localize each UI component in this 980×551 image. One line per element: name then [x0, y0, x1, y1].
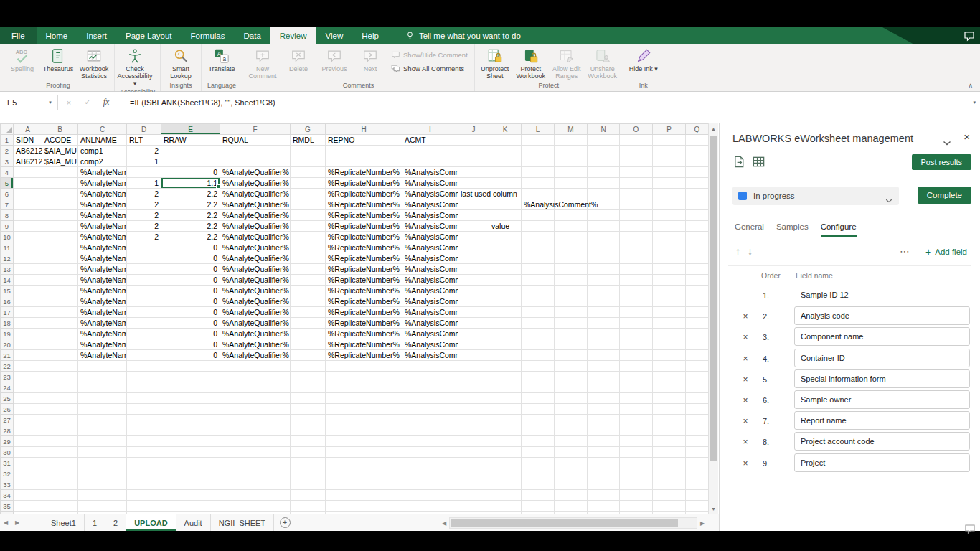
ribbon-tab-help[interactable]: Help — [352, 27, 388, 44]
cell-C19[interactable]: %AnalyteName — [78, 329, 127, 339]
cell-G5[interactable] — [291, 178, 326, 189]
cell-I31[interactable] — [402, 458, 458, 468]
cell-M35[interactable] — [555, 501, 588, 512]
cell-N33[interactable] — [588, 479, 620, 490]
check-accessibility-button[interactable]: Check Accessibility ▾ — [117, 45, 153, 88]
cell-J24[interactable] — [458, 382, 489, 393]
cell-O29[interactable] — [620, 436, 653, 447]
cell-A18[interactable] — [14, 318, 42, 329]
cell-P7[interactable] — [653, 199, 686, 210]
cell-O9[interactable] — [620, 221, 653, 232]
cell-J7[interactable] — [458, 199, 489, 210]
ribbon-tab-formulas[interactable]: Formulas — [182, 27, 235, 44]
cell-J11[interactable] — [458, 242, 489, 253]
cell-N4[interactable] — [588, 167, 620, 178]
cell-Q16[interactable] — [686, 296, 709, 307]
row-header-29[interactable]: 29 — [1, 436, 14, 447]
cell-G6[interactable] — [291, 189, 326, 199]
cell-Q11[interactable] — [686, 242, 709, 253]
cell-E32[interactable] — [161, 468, 220, 479]
cell-K25[interactable] — [489, 393, 522, 404]
cell-M4[interactable] — [555, 167, 588, 178]
cell-G1[interactable]: RMDL — [291, 135, 326, 146]
cell-L9[interactable] — [522, 221, 555, 232]
cell-F5[interactable]: %AnalyteQualifier% — [220, 178, 291, 189]
cell-E21[interactable]: 0 — [161, 350, 220, 361]
cell-B6[interactable] — [42, 189, 78, 199]
ribbon-tab-view[interactable]: View — [316, 27, 353, 44]
cell-E8[interactable]: 2.2 — [161, 210, 220, 221]
cell-I32[interactable] — [402, 468, 458, 479]
cell-E11[interactable]: 0 — [161, 242, 220, 253]
cell-K14[interactable] — [489, 275, 522, 286]
cell-E9[interactable]: 2.2 — [161, 221, 220, 232]
cell-H12[interactable]: %ReplicateNumber% — [326, 253, 402, 264]
cell-P34[interactable] — [653, 490, 686, 501]
pane-close-icon[interactable]: × — [963, 131, 970, 143]
cell-H32[interactable] — [326, 468, 402, 479]
cell-I17[interactable]: %AnalysisComm — [402, 307, 458, 318]
cell-P20[interactable] — [653, 339, 686, 350]
cell-D24[interactable] — [127, 382, 161, 393]
cell-D21[interactable] — [127, 350, 161, 361]
cell-O14[interactable] — [620, 275, 653, 286]
sheet-tab-2[interactable]: 2 — [105, 514, 126, 531]
row-header-24[interactable]: 24 — [1, 382, 14, 393]
cell-A5[interactable] — [14, 178, 42, 189]
cell-D18[interactable] — [127, 318, 161, 329]
cell-N22[interactable] — [588, 361, 620, 372]
cell-M17[interactable] — [555, 307, 588, 318]
cell-N1[interactable] — [588, 135, 620, 146]
cell-L20[interactable] — [522, 339, 555, 350]
cell-B35[interactable] — [42, 501, 78, 512]
cell-C6[interactable]: %AnalyteName — [78, 189, 127, 199]
cell-J28[interactable] — [458, 425, 489, 436]
cell-L31[interactable] — [522, 458, 555, 468]
cell-J26[interactable] — [458, 404, 489, 415]
cell-A16[interactable] — [14, 296, 42, 307]
cell-P10[interactable] — [653, 232, 686, 242]
row-header-27[interactable]: 27 — [1, 415, 14, 425]
cell-B14[interactable] — [42, 275, 78, 286]
cell-P11[interactable] — [653, 242, 686, 253]
cell-M9[interactable] — [555, 221, 588, 232]
cell-G20[interactable] — [291, 339, 326, 350]
cell-O26[interactable] — [620, 404, 653, 415]
cell-A10[interactable] — [14, 232, 42, 242]
cell-K19[interactable] — [489, 329, 522, 339]
cell-M13[interactable] — [555, 264, 588, 275]
cell-Q30[interactable] — [686, 447, 709, 458]
remove-field-icon[interactable]: × — [741, 437, 750, 447]
cell-C29[interactable] — [78, 436, 127, 447]
cell-L24[interactable] — [522, 382, 555, 393]
cell-B21[interactable] — [42, 350, 78, 361]
cell-M18[interactable] — [555, 318, 588, 329]
cell-L14[interactable] — [522, 275, 555, 286]
cell-L32[interactable] — [522, 468, 555, 479]
cell-F25[interactable] — [220, 393, 291, 404]
cell-H27[interactable] — [326, 415, 402, 425]
cell-G26[interactable] — [291, 404, 326, 415]
row-header-8[interactable]: 8 — [1, 210, 14, 221]
cell-A21[interactable] — [14, 350, 42, 361]
cell-G11[interactable] — [291, 242, 326, 253]
cell-A22[interactable] — [14, 361, 42, 372]
move-up-icon[interactable]: ↑ — [735, 245, 740, 257]
row-header-1[interactable]: 1 — [1, 135, 14, 146]
column-header-F[interactable]: F — [220, 124, 291, 135]
row-header-5[interactable]: 5 — [1, 178, 14, 189]
cell-L33[interactable] — [522, 479, 555, 490]
cell-G4[interactable] — [291, 167, 326, 178]
cell-F18[interactable]: %AnalyteQualifier% — [220, 318, 291, 329]
cell-M20[interactable] — [555, 339, 588, 350]
sheet-nav-right-icon[interactable]: ▶ — [11, 514, 23, 531]
column-header-A[interactable]: A — [14, 124, 42, 135]
cell-L3[interactable] — [522, 156, 555, 167]
row-header-13[interactable]: 13 — [1, 264, 14, 275]
field-name-input[interactable]: Project account code — [794, 432, 970, 451]
row-header-15[interactable]: 15 — [1, 286, 14, 296]
cell-D7[interactable]: 2 — [127, 199, 161, 210]
cell-D27[interactable] — [127, 415, 161, 425]
cell-C34[interactable] — [78, 490, 127, 501]
cell-J2[interactable] — [458, 146, 489, 156]
